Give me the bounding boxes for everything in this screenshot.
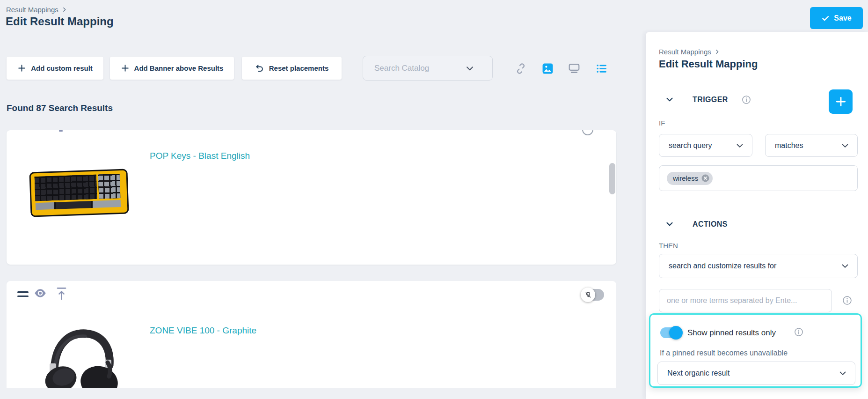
scrollbar-thumb[interactable] — [609, 163, 615, 194]
actions-section-label: ACTIONS — [693, 220, 728, 229]
plus-icon — [121, 64, 130, 73]
actions-collapse-chevron-icon[interactable] — [664, 219, 675, 229]
result-card-clip: ZONE VIBE 100 - Graphite — [7, 281, 616, 388]
list-view-icon[interactable] — [595, 62, 608, 75]
chevron-down-icon — [838, 369, 847, 378]
sidebar-title: Edit Result Mapping — [659, 58, 758, 70]
eye-icon[interactable] — [34, 287, 47, 300]
chevron-right-icon — [714, 49, 720, 55]
trigger-info-icon[interactable] — [741, 95, 751, 105]
pin-to-top-icon[interactable] — [55, 287, 68, 300]
search-catalog-select[interactable] — [363, 56, 493, 81]
product-image-keyboard — [29, 169, 129, 217]
sidebar-breadcrumb-link[interactable]: Result Mappings — [659, 48, 711, 56]
action-terms-input[interactable] — [659, 289, 832, 312]
save-button-label: Save — [834, 14, 851, 22]
product-title-link[interactable]: ZONE VIBE 100 - Graphite — [150, 325, 256, 336]
image-view-icon[interactable] — [541, 62, 554, 75]
clipped-toggle-fragment — [582, 130, 593, 135]
trigger-field-select[interactable]: search query — [659, 134, 752, 157]
then-label: THEN — [659, 242, 678, 250]
unavailable-label: If a pinned result becomes unavailable — [660, 349, 788, 357]
banner-view-icon[interactable] — [568, 62, 581, 75]
trigger-terms-input[interactable]: wireless — [659, 165, 858, 191]
breadcrumb: Result Mappings — [6, 6, 67, 14]
result-card: ZONE VIBE 100 - Graphite — [7, 281, 616, 388]
plus-icon — [835, 96, 847, 108]
clipped-icon-fragment — [59, 130, 63, 132]
chevron-down-icon — [465, 63, 475, 74]
plus-icon — [17, 64, 26, 73]
action-type-value: search and customize results for — [669, 262, 776, 270]
chevron-right-icon — [61, 7, 67, 13]
pinned-info-icon[interactable] — [794, 327, 804, 337]
breadcrumb-link[interactable]: Result Mappings — [6, 6, 58, 14]
chevron-down-icon — [840, 141, 850, 150]
edit-mapping-panel: Result Mappings Edit Result Mapping TRIG… — [646, 32, 868, 399]
add-banner-button[interactable]: Add Banner above Results — [110, 57, 234, 80]
terms-info-icon[interactable] — [842, 295, 853, 306]
trigger-operator-select[interactable]: matches — [765, 134, 858, 157]
x-circle-icon[interactable] — [701, 174, 710, 183]
check-icon — [821, 14, 830, 22]
add-custom-result-button[interactable]: Add custom result — [7, 57, 103, 80]
show-pinned-toggle[interactable] — [659, 326, 682, 339]
pinned-results-highlight: Show pinned results only If a pinned res… — [649, 313, 862, 388]
divider — [659, 85, 857, 85]
show-pinned-label: Show pinned results only — [687, 328, 776, 338]
results-count: Found 87 Search Results — [7, 103, 113, 113]
save-button[interactable]: Save — [810, 7, 863, 29]
trigger-collapse-chevron-icon[interactable] — [664, 94, 675, 104]
chevron-down-icon — [735, 141, 744, 150]
add-custom-result-label: Add custom result — [31, 64, 93, 72]
pin-toggle[interactable] — [582, 288, 604, 301]
undo-icon — [255, 64, 264, 73]
result-card: POP Keys - Blast English — [7, 130, 616, 265]
fallback-value: Next organic result — [667, 369, 729, 377]
pin-slash-icon — [584, 291, 592, 299]
trigger-operator-value: matches — [775, 141, 803, 150]
term-tag-label: wireless — [673, 174, 698, 182]
drag-handle-icon[interactable] — [17, 291, 29, 299]
product-title-link[interactable]: POP Keys - Blast English — [150, 151, 250, 161]
chevron-down-icon — [840, 261, 850, 271]
search-catalog-input[interactable] — [363, 64, 464, 73]
product-image-headphones — [41, 324, 125, 388]
reset-placements-label: Reset placements — [269, 64, 329, 72]
trigger-field-value: search query — [669, 141, 712, 150]
fallback-select[interactable]: Next organic result — [657, 362, 855, 385]
action-type-select[interactable]: search and customize results for — [659, 254, 858, 278]
reset-placements-button[interactable]: Reset placements — [242, 57, 342, 80]
add-trigger-button[interactable] — [829, 89, 853, 114]
trigger-section-label: TRIGGER — [693, 96, 728, 104]
sidebar-breadcrumb: Result Mappings — [659, 48, 720, 56]
if-label: IF — [659, 119, 665, 127]
term-tag: wireless — [667, 172, 713, 185]
add-banner-label: Add Banner above Results — [134, 64, 224, 72]
broken-link-icon[interactable] — [514, 62, 527, 75]
page-title: Edit Result Mapping — [6, 15, 114, 28]
